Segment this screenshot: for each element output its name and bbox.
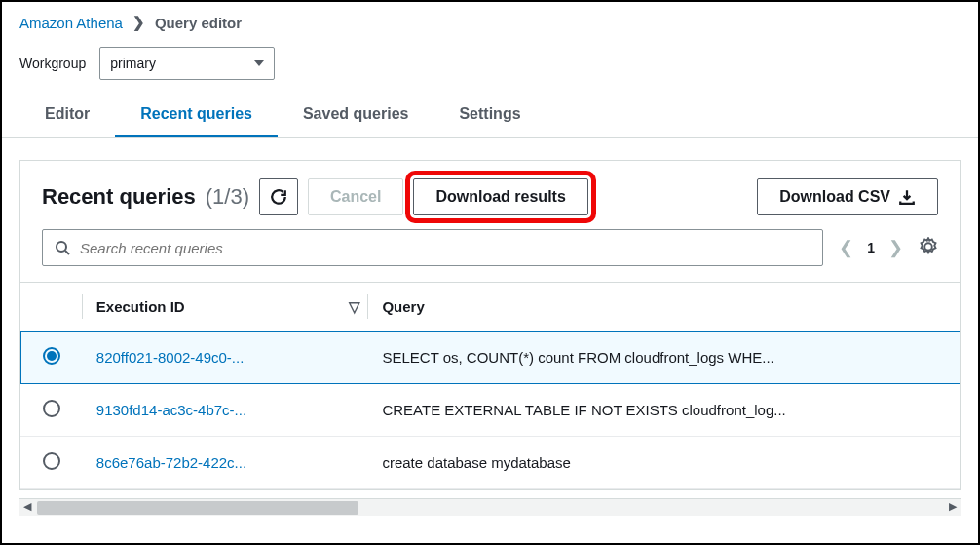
tab-saved-queries[interactable]: Saved queries — [278, 94, 434, 137]
row-radio[interactable] — [43, 347, 60, 365]
recent-queries-table: Execution ID ▽ Query ▽ Start tim 820ff02… — [20, 283, 960, 489]
refresh-icon — [270, 188, 287, 206]
search-icon — [55, 240, 70, 255]
pager: ❮ 1 ❯ — [839, 237, 903, 258]
download-results-button[interactable]: Download results — [413, 178, 587, 215]
horizontal-scrollbar[interactable] — [19, 498, 961, 516]
tab-editor[interactable]: Editor — [19, 94, 115, 137]
breadcrumb-root[interactable]: Amazon Athena — [19, 15, 123, 31]
tab-settings[interactable]: Settings — [433, 94, 546, 137]
table-row[interactable]: 820ff021-8002-49c0-...SELECT os, COUNT(*… — [20, 331, 960, 384]
search-input-wrapper[interactable] — [42, 229, 823, 266]
table-row[interactable]: 8c6e76ab-72b2-422c...create database myd… — [20, 437, 960, 489]
query-cell: create database mydatabase — [368, 437, 960, 489]
row-radio[interactable] — [43, 452, 60, 470]
workgroup-row: Workgroup primary — [2, 39, 978, 94]
workgroup-value: primary — [110, 56, 156, 71]
row-radio[interactable] — [43, 400, 60, 417]
workgroup-label: Workgroup — [19, 56, 86, 71]
panel-title: Recent queries — [42, 184, 196, 210]
column-execution-id[interactable]: Execution ID ▽ — [83, 283, 369, 331]
query-cell: SELECT os, COUNT(*) count FROM cloudfron… — [368, 331, 960, 384]
execution-id-link[interactable]: 8c6e76ab-72b2-422c... — [96, 454, 246, 471]
caret-down-icon — [254, 60, 264, 66]
search-input[interactable] — [80, 240, 810, 256]
download-csv-button[interactable]: Download CSV — [757, 178, 938, 215]
execution-id-link[interactable]: 820ff021-8002-49c0-... — [96, 349, 245, 366]
pager-prev[interactable]: ❮ — [839, 237, 853, 258]
svg-point-0 — [57, 242, 66, 252]
breadcrumb-current: Query editor — [155, 15, 242, 31]
panel-header: Recent queries (1/3) Cancel Download res… — [20, 161, 960, 229]
download-csv-label: Download CSV — [779, 188, 890, 206]
cancel-button[interactable]: Cancel — [308, 178, 403, 215]
execution-id-link[interactable]: 9130fd14-ac3c-4b7c-... — [96, 402, 246, 418]
pager-next[interactable]: ❯ — [888, 237, 903, 258]
filter-icon[interactable]: ▽ — [349, 298, 360, 316]
refresh-button[interactable] — [259, 178, 298, 215]
column-query[interactable]: Query ▽ — [368, 283, 960, 331]
pager-page: 1 — [867, 240, 875, 255]
chevron-right-icon: ❯ — [132, 14, 145, 31]
table-row[interactable]: 9130fd14-ac3c-4b7c-...CREATE EXTERNAL TA… — [20, 384, 960, 437]
panel-count: (1/3) — [206, 184, 249, 210]
download-icon — [898, 188, 916, 206]
settings-gear-button[interactable] — [919, 237, 938, 259]
tabs: Editor Recent queries Saved queries Sett… — [2, 94, 978, 138]
gear-icon — [919, 237, 938, 256]
search-row: ❮ 1 ❯ — [20, 229, 960, 282]
table-wrap: Execution ID ▽ Query ▽ Start tim 820ff02… — [20, 282, 960, 489]
query-cell: CREATE EXTERNAL TABLE IF NOT EXISTS clou… — [368, 384, 960, 437]
tab-recent-queries[interactable]: Recent queries — [115, 94, 278, 137]
scrollbar-thumb[interactable] — [37, 501, 358, 515]
recent-queries-panel: Recent queries (1/3) Cancel Download res… — [19, 160, 961, 490]
breadcrumb: Amazon Athena ❯ Query editor — [2, 2, 978, 39]
column-select — [20, 283, 83, 331]
svg-line-1 — [65, 251, 69, 254]
workgroup-select[interactable]: primary — [99, 47, 275, 80]
